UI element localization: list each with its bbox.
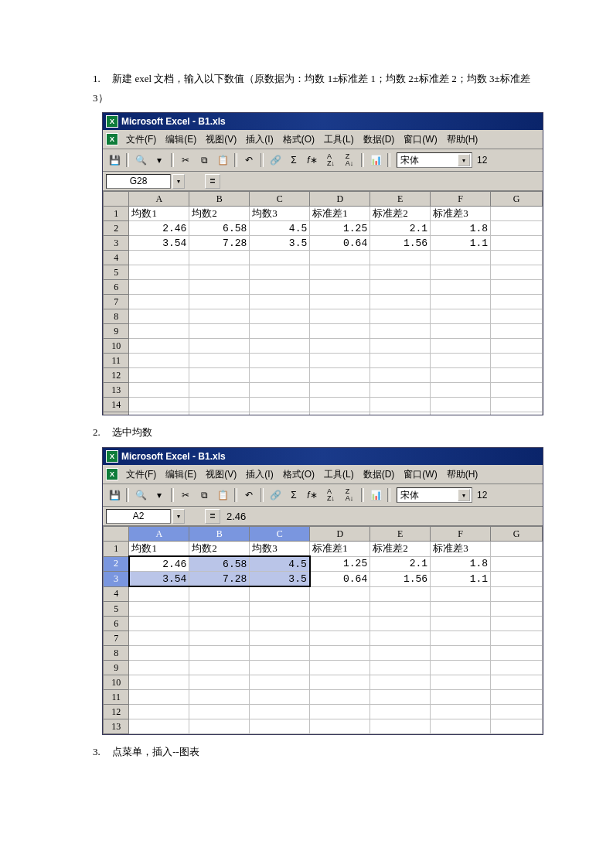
cell-selected[interactable]: 3.5 bbox=[250, 572, 310, 587]
copy-icon[interactable]: ⧉ bbox=[196, 487, 213, 504]
select-all-corner[interactable] bbox=[104, 192, 129, 207]
menu-file[interactable]: 文件(F) bbox=[123, 133, 159, 146]
hyperlink-icon[interactable]: 🔗 bbox=[267, 152, 284, 169]
cell[interactable]: 6.58 bbox=[189, 221, 250, 236]
cell[interactable]: 1.1 bbox=[431, 572, 491, 587]
row-header[interactable]: 3 bbox=[104, 236, 129, 251]
cell[interactable]: 标准差2 bbox=[370, 207, 431, 221]
cell[interactable] bbox=[491, 221, 543, 236]
row-header[interactable]: 12 bbox=[104, 368, 129, 383]
col-header-C[interactable]: C bbox=[250, 527, 310, 542]
cell[interactable]: 4.5 bbox=[250, 221, 310, 236]
row-header[interactable]: 4 bbox=[104, 586, 129, 602]
cell[interactable]: 均数2 bbox=[189, 542, 250, 557]
menu-file[interactable]: 文件(F) bbox=[123, 468, 159, 481]
autosum-icon[interactable]: Σ bbox=[285, 487, 302, 504]
paste-icon[interactable]: 📋 bbox=[214, 152, 231, 169]
cell-selected-active[interactable]: 2.46 bbox=[129, 556, 189, 572]
cell[interactable]: 标准差1 bbox=[310, 207, 370, 221]
undo-icon[interactable]: ↶ bbox=[240, 487, 257, 504]
cut-icon[interactable]: ✂ bbox=[177, 487, 194, 504]
menu-view[interactable]: 视图(V) bbox=[203, 133, 240, 146]
cell[interactable]: 标准差1 bbox=[310, 542, 370, 557]
menu-window[interactable]: 窗口(W) bbox=[400, 468, 440, 481]
menu-format[interactable]: 格式(O) bbox=[280, 468, 318, 481]
sort-asc-icon[interactable]: AZ↓ bbox=[322, 487, 339, 504]
cell[interactable]: 1.25 bbox=[310, 221, 370, 236]
spreadsheet-grid[interactable]: A B C D E F G 1 均数1 均数2 均数3 标准差1 标准差2 标准… bbox=[103, 526, 543, 735]
cell[interactable]: 1.1 bbox=[431, 236, 491, 251]
cell[interactable]: 2.1 bbox=[370, 556, 431, 572]
row-header[interactable]: 8 bbox=[104, 309, 129, 324]
menu-help[interactable]: 帮助(H) bbox=[444, 133, 482, 146]
cell-selected[interactable]: 4.5 bbox=[250, 556, 310, 572]
chart-wizard-icon[interactable]: 📊 bbox=[367, 487, 384, 504]
cell[interactable]: 均数1 bbox=[129, 207, 189, 221]
row-header[interactable]: 5 bbox=[104, 265, 129, 280]
cell[interactable] bbox=[491, 542, 543, 557]
undo-icon[interactable]: ↶ bbox=[240, 152, 257, 169]
cell[interactable]: 均数3 bbox=[250, 207, 310, 221]
sort-desc-icon[interactable]: ZA↓ bbox=[341, 487, 358, 504]
hyperlink-icon[interactable]: 🔗 bbox=[267, 487, 284, 504]
col-header-E[interactable]: E bbox=[370, 192, 431, 207]
col-header-A[interactable]: A bbox=[129, 192, 189, 207]
row-header[interactable]: 3 bbox=[104, 572, 129, 587]
cell-selected[interactable]: 6.58 bbox=[189, 556, 250, 572]
cell[interactable]: 3.54 bbox=[129, 236, 189, 251]
cell[interactable] bbox=[491, 236, 543, 251]
row-header[interactable]: 4 bbox=[104, 251, 129, 265]
print-preview-dd-icon[interactable]: ▾ bbox=[151, 487, 168, 504]
autosum-icon[interactable]: Σ bbox=[285, 152, 302, 169]
row-header[interactable]: 2 bbox=[104, 221, 129, 236]
col-header-B[interactable]: B bbox=[189, 192, 250, 207]
row-header[interactable]: 11 bbox=[104, 690, 129, 705]
name-box[interactable]: A2 bbox=[106, 509, 171, 524]
select-all-corner[interactable] bbox=[104, 527, 129, 542]
row-header[interactable]: 7 bbox=[104, 631, 129, 646]
col-header-A[interactable]: A bbox=[129, 527, 189, 542]
cell[interactable]: 均数3 bbox=[250, 542, 310, 557]
col-header-G[interactable]: G bbox=[491, 192, 543, 207]
cell[interactable] bbox=[491, 572, 543, 587]
sort-desc-icon[interactable]: ZA↓ bbox=[341, 152, 358, 169]
cell[interactable]: 1.8 bbox=[431, 221, 491, 236]
row-header[interactable]: 9 bbox=[104, 661, 129, 675]
cell[interactable]: 1.56 bbox=[370, 236, 431, 251]
col-header-G[interactable]: G bbox=[491, 527, 543, 542]
row-header[interactable]: 15 bbox=[104, 412, 129, 416]
cell-selected[interactable]: 3.54 bbox=[129, 572, 189, 587]
cell[interactable] bbox=[491, 556, 543, 572]
col-header-E[interactable]: E bbox=[370, 527, 431, 542]
row-header[interactable]: 14 bbox=[104, 398, 129, 412]
row-header[interactable]: 9 bbox=[104, 324, 129, 339]
equals-button[interactable]: = bbox=[205, 174, 220, 189]
row-header[interactable]: 8 bbox=[104, 646, 129, 661]
menu-tools[interactable]: 工具(L) bbox=[321, 133, 357, 146]
cell[interactable]: 均数2 bbox=[189, 207, 250, 221]
paste-icon[interactable]: 📋 bbox=[214, 487, 231, 504]
name-box-dropdown-icon[interactable]: ▾ bbox=[172, 509, 185, 524]
menu-data[interactable]: 数据(D) bbox=[360, 468, 398, 481]
row-header[interactable]: 1 bbox=[104, 542, 129, 557]
cell[interactable]: 3.5 bbox=[250, 236, 310, 251]
cell[interactable]: 2.46 bbox=[129, 221, 189, 236]
row-header[interactable]: 2 bbox=[104, 556, 129, 572]
name-box[interactable]: G28 bbox=[106, 174, 171, 189]
col-header-D[interactable]: D bbox=[310, 192, 370, 207]
col-header-D[interactable]: D bbox=[310, 527, 370, 542]
menu-tools[interactable]: 工具(L) bbox=[321, 468, 357, 481]
col-header-F[interactable]: F bbox=[431, 192, 491, 207]
cell[interactable]: 0.64 bbox=[310, 572, 370, 587]
print-preview-icon[interactable]: 🔍 bbox=[132, 152, 149, 169]
row-header[interactable]: 6 bbox=[104, 280, 129, 295]
cell[interactable]: 2.1 bbox=[370, 221, 431, 236]
sort-asc-icon[interactable]: AZ↓ bbox=[322, 152, 339, 169]
cell-selected[interactable]: 7.28 bbox=[189, 572, 250, 587]
cell[interactable]: 1.56 bbox=[370, 572, 431, 587]
cell[interactable]: 1.8 bbox=[431, 556, 491, 572]
col-header-C[interactable]: C bbox=[250, 192, 310, 207]
cut-icon[interactable]: ✂ bbox=[177, 152, 194, 169]
equals-button[interactable]: = bbox=[205, 509, 220, 524]
font-select[interactable]: 宋体 ▾ bbox=[397, 487, 472, 503]
